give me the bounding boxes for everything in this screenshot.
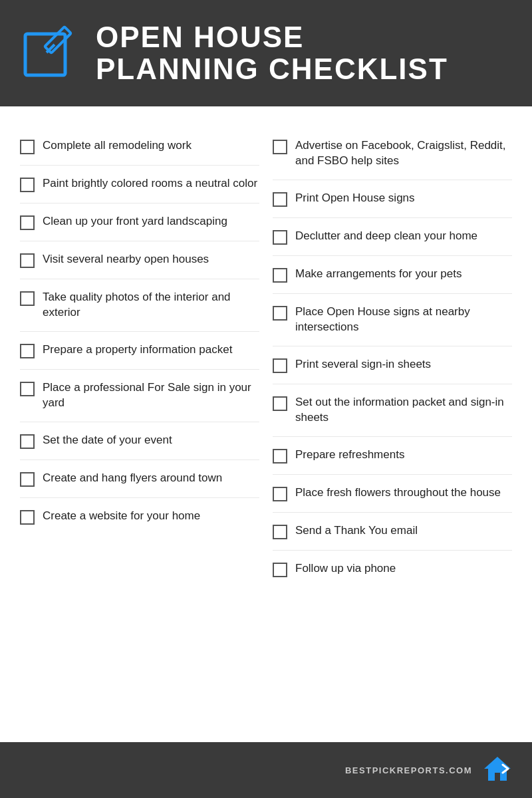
checklist-label: Take quality photos of the interior and …: [43, 290, 259, 321]
footer: BESTPICKREPORTS.COM: [0, 742, 532, 798]
list-item: Paint brightly colored rooms a neutral c…: [20, 166, 259, 203]
checkbox-item-thankyou[interactable]: [273, 525, 287, 539]
list-item: Set out the information packet and sign-…: [273, 384, 512, 437]
header-title-line1: OPEN HOUSE: [96, 21, 448, 53]
checkbox-item-date[interactable]: [20, 434, 35, 449]
checklist-label: Paint brightly colored rooms a neutral c…: [43, 176, 257, 192]
list-item: Complete all remodeling work: [20, 128, 259, 166]
list-item: Follow up via phone: [273, 551, 512, 588]
footer-brand: BESTPICKREPORTS.COM: [345, 765, 472, 775]
list-item: Print Open House signs: [273, 180, 512, 218]
checklist-label: Clean up your front yard landscaping: [43, 214, 227, 229]
checkbox-item-advertise[interactable]: [273, 140, 287, 154]
checkbox-item-flyers[interactable]: [20, 472, 35, 487]
checkbox-item-signin[interactable]: [273, 358, 287, 373]
checkbox-item-remodeling[interactable]: [20, 140, 35, 154]
svg-rect-0: [25, 34, 65, 75]
list-item: Advertise on Facebook, Craigslist, Reddi…: [273, 128, 512, 180]
header-title-block: OPEN HOUSE PLANNING CHECKLIST: [96, 21, 448, 86]
checkbox-item-landscaping[interactable]: [20, 215, 35, 230]
checkbox-item-intersections[interactable]: [273, 306, 287, 321]
checkbox-item-sign[interactable]: [20, 382, 35, 396]
list-item: Prepare a property information packet: [20, 332, 259, 370]
list-item: Take quality photos of the interior and …: [20, 279, 259, 332]
checkbox-item-flowers[interactable]: [273, 487, 287, 501]
checklist-label: Place a professional For Sale sign in yo…: [43, 380, 259, 411]
checklist-label: Make arrangements for your pets: [295, 267, 462, 282]
list-item: Place fresh flowers throughout the house: [273, 475, 512, 513]
checklist-label: Print Open House signs: [295, 191, 415, 206]
checklist-label: Follow up via phone: [295, 561, 396, 577]
checklist-label: Visit several nearby open houses: [43, 252, 209, 267]
checkbox-item-photos[interactable]: [20, 291, 35, 306]
checklist-label: Print several sign-in sheets: [295, 357, 431, 372]
checklist-label: Prepare a property information packet: [43, 342, 232, 358]
checklist-label: Declutter and deep clean your home: [295, 229, 477, 244]
list-item: Place Open House signs at nearby interse…: [273, 294, 512, 346]
checklist-label: Complete all remodeling work: [43, 138, 192, 154]
list-item: Visit several nearby open houses: [20, 241, 259, 279]
list-item: Clean up your front yard landscaping: [20, 203, 259, 241]
list-item: Declutter and deep clean your home: [273, 218, 512, 256]
edit-icon: [20, 22, 80, 84]
checkbox-item-set-out[interactable]: [273, 396, 287, 411]
checklist-grid: Complete all remodeling work Paint brigh…: [20, 128, 512, 588]
checkbox-item-paint[interactable]: [20, 178, 35, 192]
checklist-label: Set out the information packet and sign-…: [295, 395, 512, 426]
list-item: Make arrangements for your pets: [273, 256, 512, 294]
list-item: Set the date of your event: [20, 422, 259, 460]
checklist-label: Create and hang flyers around town: [43, 471, 222, 486]
checklist-label: Place Open House signs at nearby interse…: [295, 305, 512, 335]
list-item: Place a professional For Sale sign in yo…: [20, 370, 259, 422]
checklist-label: Place fresh flowers throughout the house: [295, 485, 501, 501]
list-item: Create a website for your home: [20, 498, 259, 535]
header: OPEN HOUSE PLANNING CHECKLIST: [0, 0, 532, 106]
checkbox-item-pets[interactable]: [273, 268, 287, 283]
checklist-label: Advertise on Facebook, Craigslist, Reddi…: [295, 138, 512, 169]
list-item: Print several sign-in sheets: [273, 346, 512, 384]
checkbox-item-refreshments[interactable]: [273, 449, 287, 464]
list-item: Create and hang flyers around town: [20, 460, 259, 498]
left-column: Complete all remodeling work Paint brigh…: [20, 128, 259, 588]
checkbox-item-open-houses[interactable]: [20, 253, 35, 268]
right-column: Advertise on Facebook, Craigslist, Reddi…: [273, 128, 512, 588]
list-item: Prepare refreshments: [273, 437, 512, 475]
checkbox-item-declutter[interactable]: [273, 230, 287, 245]
checklist-label: Create a website for your home: [43, 509, 200, 524]
checkbox-item-packet[interactable]: [20, 344, 35, 358]
checklist-label: Set the date of your event: [43, 433, 172, 448]
list-item: Send a Thank You email: [273, 513, 512, 551]
checklist-label: Send a Thank You email: [295, 523, 418, 539]
checkbox-item-followup[interactable]: [273, 563, 287, 577]
checkbox-item-print-signs[interactable]: [273, 192, 287, 207]
main-content: Complete all remodeling work Paint brigh…: [0, 106, 532, 742]
checkbox-item-website[interactable]: [20, 510, 35, 525]
checklist-label: Prepare refreshments: [295, 448, 404, 463]
house-icon: [483, 754, 512, 786]
header-title-line2: PLANNING CHECKLIST: [96, 53, 448, 85]
